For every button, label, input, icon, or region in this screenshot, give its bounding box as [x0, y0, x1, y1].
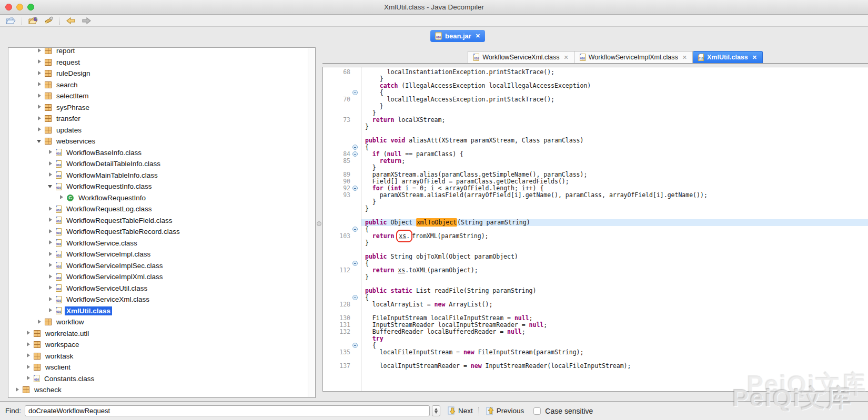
- tree-item-workflowserviceutil-class[interactable]: 010WorkflowServiceUtil.class: [8, 283, 308, 294]
- expand-arrow-icon[interactable]: [48, 263, 53, 268]
- expand-arrow-icon[interactable]: [48, 285, 53, 291]
- splitter-handle[interactable]: [317, 221, 321, 226]
- expand-arrow-icon[interactable]: [37, 127, 42, 132]
- open-all-types-button[interactable]: [28, 16, 38, 25]
- tree-item-workflowrequestlog-class[interactable]: 010WorkflowRequestLog.class: [8, 203, 308, 215]
- expand-arrow-icon[interactable]: [59, 195, 64, 200]
- expand-arrow-icon[interactable]: [48, 240, 53, 245]
- collapse-fold-icon[interactable]: [352, 186, 358, 191]
- collapse-fold-icon[interactable]: [352, 295, 358, 300]
- find-previous-icon[interactable]: [486, 406, 494, 415]
- expand-arrow-icon[interactable]: [37, 71, 42, 76]
- expand-arrow-icon[interactable]: [48, 308, 53, 313]
- class-file-icon: 010: [56, 228, 62, 235]
- tree-item-transfer[interactable]: transfer: [8, 113, 308, 125]
- collapse-arrow-icon[interactable]: [37, 139, 42, 144]
- editor-tab-xmlutil-class[interactable]: 010XmlUtil.class✕: [693, 51, 763, 63]
- expand-arrow-icon[interactable]: [48, 218, 53, 223]
- tree-item-workflowrequesttablerecord-class[interactable]: 010WorkflowRequestTableRecord.class: [8, 226, 308, 238]
- case-sensitive-checkbox[interactable]: [533, 407, 541, 415]
- expand-arrow-icon[interactable]: [48, 150, 53, 155]
- tree-item-workflowservice-class[interactable]: 010WorkflowService.class: [8, 238, 308, 249]
- tree-item-wsclient[interactable]: wsclient: [8, 362, 308, 373]
- expand-arrow-icon[interactable]: [48, 229, 53, 234]
- tree-item-workflowserviceimpl-class[interactable]: 010WorkflowServiceImpl.class: [8, 249, 308, 260]
- find-input[interactable]: [25, 405, 430, 416]
- find-history-stepper[interactable]: [432, 405, 440, 416]
- tree-item-workflowdetailtableinfo-class[interactable]: 010WorkflowDetailTableInfo.class: [8, 158, 308, 170]
- close-icon[interactable]: ✕: [564, 54, 569, 61]
- tree-item-ruledesign[interactable]: ruleDesign: [8, 68, 308, 79]
- expand-arrow-icon[interactable]: [26, 342, 31, 347]
- open-file-button[interactable]: [5, 16, 16, 25]
- expand-arrow-icon[interactable]: [37, 105, 42, 110]
- expand-arrow-icon[interactable]: [37, 82, 42, 87]
- collapse-fold-icon[interactable]: [352, 343, 358, 348]
- expand-arrow-icon[interactable]: [26, 353, 31, 358]
- collapse-fold-icon[interactable]: [352, 261, 358, 266]
- collapse-arrow-icon[interactable]: [48, 184, 53, 189]
- tree-item-workflowserviceimplsec-class[interactable]: 010WorkflowServiceImplSec.class: [8, 260, 308, 272]
- tree-item-workflowrequestinfo[interactable]: CWorkflowRequestInfo: [8, 192, 308, 204]
- tree-item-selectitem[interactable]: selectItem: [8, 90, 308, 102]
- close-icon[interactable]: ✕: [752, 54, 757, 61]
- forward-button[interactable]: [81, 16, 92, 25]
- expand-arrow-icon[interactable]: [48, 297, 53, 302]
- back-button[interactable]: [66, 16, 76, 25]
- tree-item-constants-class[interactable]: 010Constants.class: [8, 373, 308, 385]
- collapse-fold-icon[interactable]: [352, 145, 358, 150]
- expand-arrow-icon[interactable]: [48, 172, 53, 178]
- code-text: }: [361, 103, 868, 110]
- code-text: localIllegalAccessException.printStackTr…: [361, 96, 868, 103]
- tree-scrollbar[interactable]: [308, 48, 315, 397]
- tree-item-label: sysPhrase: [55, 103, 91, 112]
- tree-item-worktask[interactable]: worktask: [8, 351, 308, 362]
- tree-item-workflowbaseinfo-class[interactable]: 010WorkflowBaseInfo.class: [8, 147, 308, 159]
- tree-item-workflow[interactable]: workflow: [8, 316, 308, 328]
- search-button[interactable]: [43, 16, 54, 25]
- expand-arrow-icon[interactable]: [48, 207, 53, 212]
- find-next-button[interactable]: Next: [458, 407, 473, 415]
- tree-item-workflowrequesttablefield-class[interactable]: 010WorkflowRequestTableField.class: [8, 215, 308, 227]
- expand-arrow-icon[interactable]: [48, 252, 53, 257]
- tree-item-workflowrequestinfo-class[interactable]: 010WorkflowRequestInfo.class: [8, 181, 308, 192]
- tree-item-webservices[interactable]: webservices: [8, 136, 308, 147]
- collapse-fold-icon[interactable]: [352, 151, 358, 157]
- tree-item-request[interactable]: request: [8, 57, 308, 68]
- close-icon[interactable]: ✕: [682, 54, 687, 61]
- expand-arrow-icon[interactable]: [37, 320, 42, 325]
- tree-item-workflowservicexml-class[interactable]: 010WorkflowServiceXml.class: [8, 294, 308, 305]
- tree-item-workflowmaintableinfo-class[interactable]: 010WorkflowMainTableInfo.class: [8, 170, 308, 181]
- tree-item-workflowserviceimplxml-class[interactable]: 010WorkflowServiceImplXml.class: [8, 271, 308, 283]
- tree-item-updates[interactable]: updates: [8, 125, 308, 136]
- tree-item-wscheck[interactable]: wscheck: [8, 384, 308, 396]
- expand-arrow-icon[interactable]: [26, 365, 31, 370]
- collapse-fold-icon[interactable]: [352, 227, 358, 232]
- find-previous-button[interactable]: Previous: [497, 407, 524, 415]
- tree-item-search[interactable]: search: [8, 79, 308, 91]
- tree-item-workrelate-util[interactable]: workrelate.util: [8, 328, 308, 340]
- expand-arrow-icon[interactable]: [15, 387, 20, 393]
- code-text: BufferedReader localBufferedReader = nul…: [361, 329, 868, 335]
- code-line: }: [323, 124, 868, 130]
- tree-item-sysphrase[interactable]: sysPhrase: [8, 102, 308, 114]
- jar-file-tab[interactable]: 010 bean.jar ✕: [430, 30, 485, 42]
- tree-item-xmlutil-class[interactable]: 010XmlUtil.class: [8, 305, 308, 317]
- expand-arrow-icon[interactable]: [48, 274, 53, 280]
- find-next-icon[interactable]: [448, 406, 456, 415]
- field-link[interactable]: xs: [398, 267, 405, 274]
- close-icon[interactable]: ✕: [476, 33, 480, 39]
- collapse-fold-icon[interactable]: [352, 90, 358, 95]
- editor-tab-workflowservicexml-class[interactable]: 010WorkflowServiceXml.class✕: [468, 51, 574, 63]
- tree-item-workspace[interactable]: workspace: [8, 339, 308, 351]
- expand-arrow-icon[interactable]: [37, 48, 42, 54]
- expand-arrow-icon[interactable]: [26, 376, 31, 381]
- expand-arrow-icon[interactable]: [26, 331, 31, 336]
- tree-item-report[interactable]: report: [8, 47, 308, 57]
- expand-arrow-icon[interactable]: [37, 116, 42, 121]
- class-file-icon: 010: [56, 251, 62, 258]
- editor-tab-workflowserviceimplxml-class[interactable]: 010WorkflowServiceImplXml.class✕: [574, 51, 693, 63]
- expand-arrow-icon[interactable]: [37, 94, 42, 99]
- expand-arrow-icon[interactable]: [48, 161, 53, 167]
- expand-arrow-icon[interactable]: [37, 59, 42, 65]
